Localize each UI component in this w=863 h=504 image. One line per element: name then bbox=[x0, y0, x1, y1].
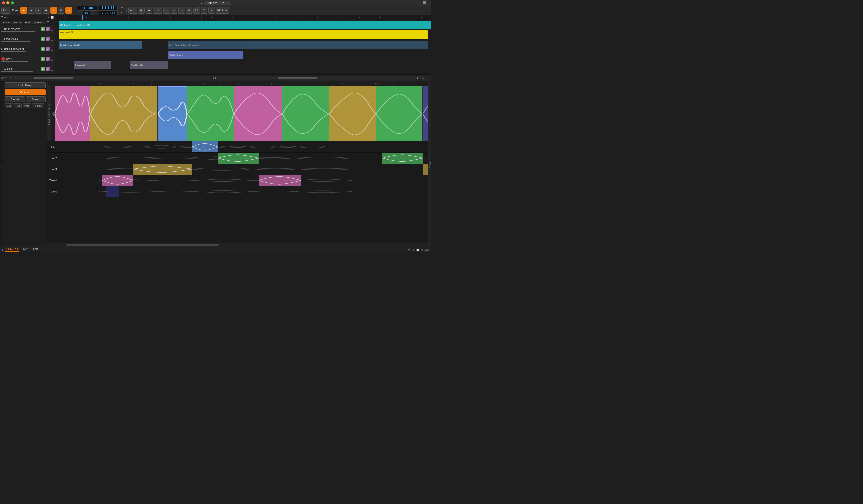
panel-tool1[interactable]: ⊞ bbox=[1, 77, 3, 79]
copy-button[interactable]: ⧉ bbox=[186, 7, 192, 14]
take5-close[interactable]: × bbox=[99, 190, 100, 193]
paste2-button[interactable]: ⬡ bbox=[201, 7, 207, 14]
onsets-button[interactable]: Onsets bbox=[26, 96, 46, 102]
audio5-clip-trash2[interactable]: TrashLoop2b bbox=[130, 61, 168, 69]
main-tab[interactable]: ▶ Main bbox=[36, 21, 46, 24]
panel-tool4[interactable]: ✕ bbox=[10, 77, 12, 79]
play2-button[interactable]: ▶ bbox=[146, 7, 152, 14]
undo-button[interactable]: ↩ bbox=[163, 7, 170, 14]
tab-close-icon[interactable]: × bbox=[227, 2, 228, 4]
mix-button[interactable]: ▦ bbox=[138, 7, 145, 14]
audio5-volume-slider[interactable] bbox=[1, 71, 50, 72]
pan-button[interactable]: Pan bbox=[14, 103, 22, 108]
delete-button[interactable]: ✕ bbox=[208, 7, 215, 14]
drum-clip-1[interactable]: 808 (Bass-08) - House Force (full) bbox=[59, 21, 432, 29]
panel-tool2[interactable]: ↩ bbox=[4, 77, 6, 79]
audio5-settings-icon[interactable]: ☰ bbox=[51, 68, 53, 71]
add-button[interactable]: ADD bbox=[128, 7, 137, 14]
paste-button[interactable]: ❑ bbox=[193, 7, 200, 14]
berlin-volume-slider[interactable] bbox=[1, 51, 50, 52]
file-button[interactable]: FILE bbox=[1, 7, 10, 14]
alt2-tab[interactable]: ▶ Alt. 2 bbox=[24, 21, 35, 24]
formant-button[interactable]: Formant bbox=[32, 103, 44, 108]
inst4-settings-icon[interactable]: ☰ bbox=[51, 59, 53, 61]
vocals-settings-icon[interactable]: ☰ bbox=[51, 39, 53, 41]
mix-tab[interactable]: MIX bbox=[22, 248, 29, 252]
audio5-clip-trash1[interactable]: TrashLoop1 bbox=[74, 61, 111, 69]
minimize-button[interactable] bbox=[7, 1, 10, 4]
intro-tab[interactable]: ▶ Intro bbox=[1, 21, 12, 24]
segment-gold[interactable] bbox=[90, 86, 158, 141]
audio-events-button[interactable]: Audio Events bbox=[5, 83, 46, 88]
comping-button[interactable]: Comping bbox=[5, 89, 46, 96]
redo-button[interactable]: ↪ bbox=[171, 7, 177, 14]
region-button[interactable]: REGION bbox=[216, 7, 229, 14]
scissors-button[interactable]: ✂ bbox=[178, 7, 185, 14]
expand-icon[interactable]: ⇔ bbox=[426, 77, 428, 79]
scroll-left-icon[interactable]: ◀ bbox=[212, 77, 214, 79]
segment-darkblue[interactable] bbox=[423, 86, 428, 141]
stretch-button[interactable]: Stretch bbox=[5, 96, 25, 102]
pitch-button[interactable]: Pitch bbox=[23, 103, 31, 108]
arrows-btn[interactable]: ⇆ bbox=[120, 11, 125, 15]
play-button[interactable]: ▶ bbox=[21, 7, 27, 14]
info-icon[interactable]: ℹ bbox=[2, 248, 3, 251]
edit-tab[interactable]: EDIT bbox=[32, 248, 39, 252]
take5-waveform[interactable] bbox=[102, 186, 428, 197]
take2-close[interactable]: × bbox=[99, 157, 100, 160]
vocals-mute-btn[interactable]: M bbox=[46, 37, 50, 41]
panel-icon[interactable]: ⬜ bbox=[51, 16, 54, 19]
cycle-button[interactable]: ⇄ bbox=[43, 7, 49, 14]
take3-waveform[interactable] bbox=[102, 164, 428, 175]
search-icon[interactable]: 🔍 bbox=[408, 249, 410, 251]
drum-solo-btn[interactable]: S bbox=[41, 27, 45, 31]
audio5-solo-btn[interactable]: S bbox=[41, 67, 45, 71]
vocals-solo-btn[interactable]: S bbox=[41, 37, 45, 41]
tool-button[interactable]: ⊞ bbox=[58, 7, 64, 14]
berlin-clip-1[interactable]: Berlin Firework Beat 01 bbox=[59, 41, 141, 49]
settings-icon[interactable]: ⚙ bbox=[421, 249, 423, 251]
import-icon[interactable]: ⬇ bbox=[412, 249, 414, 251]
segment-green3[interactable] bbox=[376, 86, 423, 141]
drum-volume-slider[interactable] bbox=[1, 31, 50, 33]
segment-green1[interactable] bbox=[187, 86, 234, 141]
panel-tool3[interactable]: ↪ bbox=[7, 77, 9, 79]
take1-waveform[interactable] bbox=[102, 141, 428, 152]
take4-close[interactable]: × bbox=[99, 179, 100, 182]
add-active-button[interactable]: + bbox=[50, 7, 57, 14]
take3-close[interactable]: × bbox=[99, 168, 100, 171]
take1-close[interactable]: × bbox=[99, 146, 100, 148]
record-button[interactable]: ● bbox=[36, 7, 42, 14]
inst4-volume-slider[interactable] bbox=[1, 61, 50, 62]
waveform-scrollbar[interactable] bbox=[48, 243, 428, 246]
inst4-clip-mella03[interactable]: Mella 03 Chords bbox=[168, 51, 243, 59]
drum-mute-btn[interactable]: M bbox=[46, 27, 50, 31]
browser-icon[interactable]: ⬜ bbox=[416, 249, 419, 251]
scroll-bar-top[interactable] bbox=[14, 77, 210, 79]
scroll-right-icon[interactable]: ▶ bbox=[215, 77, 217, 79]
tool2-button[interactable]: ▭ bbox=[65, 7, 72, 14]
close-button[interactable] bbox=[2, 1, 5, 4]
take4-waveform[interactable] bbox=[102, 175, 428, 186]
track-menu-icon[interactable]: ☰ bbox=[1, 16, 3, 19]
segment-pink2[interactable] bbox=[234, 86, 283, 141]
segment-green2[interactable] bbox=[283, 86, 329, 141]
main-waveform-segments[interactable] bbox=[55, 86, 428, 141]
berlin-mute-btn[interactable]: M bbox=[46, 47, 50, 51]
drum-settings-icon[interactable]: ☰ bbox=[51, 29, 53, 31]
vocals-volume-slider[interactable] bbox=[1, 41, 50, 42]
inst4-mute-btn[interactable]: M bbox=[46, 57, 50, 61]
berlin-clip-2[interactable]: Berlin Firework Beat 02-bounce-1 bbox=[168, 41, 428, 49]
vocals-clip-1[interactable]: Lead Vocals #1 bbox=[59, 30, 428, 39]
comp-menu-icon[interactable]: ☰ bbox=[47, 21, 49, 24]
alt1-tab[interactable]: ▶ Alt. 1 bbox=[12, 21, 23, 24]
loop-btn[interactable]: ⟳ bbox=[120, 5, 125, 10]
grid-icon[interactable]: ⊞ bbox=[4, 16, 6, 19]
drum-power-icon[interactable]: ● bbox=[1, 28, 3, 30]
segment-blue-selected[interactable] bbox=[158, 86, 188, 141]
stop-button[interactable]: ■ bbox=[28, 7, 35, 14]
berlin-solo-btn[interactable]: S bbox=[41, 47, 45, 51]
scroll-bar-top2[interactable] bbox=[219, 77, 415, 79]
scrollbar-thumb[interactable] bbox=[66, 244, 219, 246]
berlin-settings-icon[interactable]: ☰ bbox=[51, 49, 53, 51]
